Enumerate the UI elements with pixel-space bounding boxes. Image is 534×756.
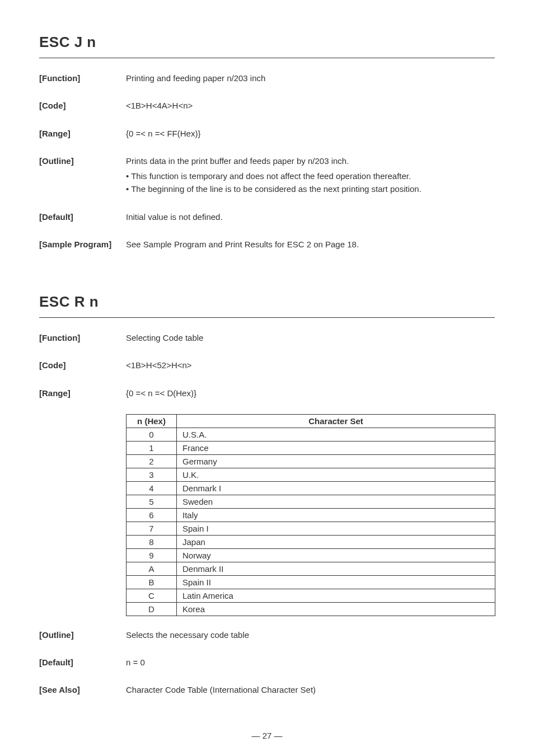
section-title-esc-j: ESC J n [39,34,495,51]
row-default: [Default] Initial value is not defined. [39,210,495,223]
value-default: Initial value is not defined. [126,210,495,223]
label-range: [Range] [39,127,126,140]
row-code: [Code] <1B>H<52>H<n> [39,359,495,372]
value-function: Printing and feeding paper n/203 inch [126,72,495,84]
row-function: [Function] Printing and feeding paper n/… [39,72,495,84]
label-outline: [Outline] [39,154,126,196]
cell-nhex: D [127,602,177,616]
row-outline: [Outline] Selects the necessary code tab… [39,628,495,641]
label-code: [Code] [39,99,126,112]
label-default: [Default] [39,656,126,669]
row-range: [Range] {0 =< n =< D(Hex)} [39,387,495,400]
label-range: [Range] [39,387,126,400]
cell-nhex: C [127,589,177,602]
cell-charset: Italy [177,508,495,522]
table-row: 5Sweden [127,495,495,508]
value-range: {0 =< n =< D(Hex)} [126,387,495,400]
cell-charset: Spain II [177,575,495,589]
label-code: [Code] [39,359,126,372]
value-outline: Selects the necessary code table [126,628,495,641]
row-see-also: [See Also] Character Code Table (Interna… [39,683,495,696]
row-function: [Function] Selecting Code table [39,331,495,344]
cell-nhex: 5 [127,495,177,508]
label-outline: [Outline] [39,628,126,641]
value-code: <1B>H<4A>H<n> [126,99,495,112]
value-code: <1B>H<52>H<n> [126,359,495,372]
table-row: DKorea [127,602,495,616]
section-title-esc-r: ESC R n [39,293,495,311]
th-charset: Character Set [177,414,495,428]
row-sample-program: [Sample Program] See Sample Program and … [39,238,495,251]
cell-charset: U.S.A. [177,428,495,441]
cell-charset: Denmark II [177,562,495,575]
label-function: [Function] [39,331,126,344]
outline-text: Prints data in the print buffer and feed… [126,156,349,166]
table-header-row: n (Hex) Character Set [127,414,495,428]
label-sample-program: [Sample Program] [39,238,126,251]
cell-nhex: 9 [127,548,177,562]
cell-nhex: B [127,575,177,589]
row-outline: [Outline] Prints data in the print buffe… [39,154,495,196]
th-nhex: n (Hex) [127,414,177,428]
table-row: 0U.S.A. [127,428,495,441]
cell-charset: France [177,441,495,454]
row-code: [Code] <1B>H<4A>H<n> [39,99,495,112]
cell-nhex: 0 [127,428,177,441]
value-outline: Prints data in the print buffer and feed… [126,154,495,196]
cell-nhex: A [127,562,177,575]
cell-charset: Spain I [177,522,495,535]
table-row: 3U.K. [127,468,495,481]
cell-nhex: 7 [127,522,177,535]
table-row: ADenmark II [127,562,495,575]
table-row: 4Denmark I [127,481,495,495]
row-range: [Range] {0 =< n =< FF(Hex)} [39,127,495,140]
outline-bullet: This function is temporary and does not … [126,170,495,182]
cell-nhex: 2 [127,454,177,468]
cell-nhex: 3 [127,468,177,481]
value-see-also: Character Code Table (International Char… [126,683,495,696]
cell-charset: Germany [177,454,495,468]
table-row: 9Norway [127,548,495,562]
cell-nhex: 4 [127,481,177,495]
cell-charset: Korea [177,602,495,616]
page-number: — 27 — [0,731,534,740]
table-row: 2Germany [127,454,495,468]
table-row: 1France [127,441,495,454]
divider [39,317,495,318]
cell-charset: Japan [177,535,495,548]
value-sample-program: See Sample Program and Print Results for… [126,238,495,251]
cell-charset: Norway [177,548,495,562]
table-row: 6Italy [127,508,495,522]
value-default: n = 0 [126,656,495,669]
charset-table: n (Hex) Character Set 0U.S.A.1France2Ger… [126,414,495,616]
table-row: CLatin America [127,589,495,602]
label-default: [Default] [39,210,126,223]
cell-nhex: 6 [127,508,177,522]
label-see-also: [See Also] [39,683,126,696]
value-function: Selecting Code table [126,331,495,344]
cell-charset: Sweden [177,495,495,508]
cell-charset: Latin America [177,589,495,602]
row-default: [Default] n = 0 [39,656,495,669]
outline-bullet: The beginning of the line is to be consi… [126,182,495,195]
table-row: 8Japan [127,535,495,548]
table-row: 7Spain I [127,522,495,535]
cell-charset: U.K. [177,468,495,481]
divider [39,58,495,58]
cell-nhex: 8 [127,535,177,548]
label-function: [Function] [39,72,126,84]
value-range: {0 =< n =< FF(Hex)} [126,127,495,140]
cell-nhex: 1 [127,441,177,454]
table-row: BSpain II [127,575,495,589]
cell-charset: Denmark I [177,481,495,495]
